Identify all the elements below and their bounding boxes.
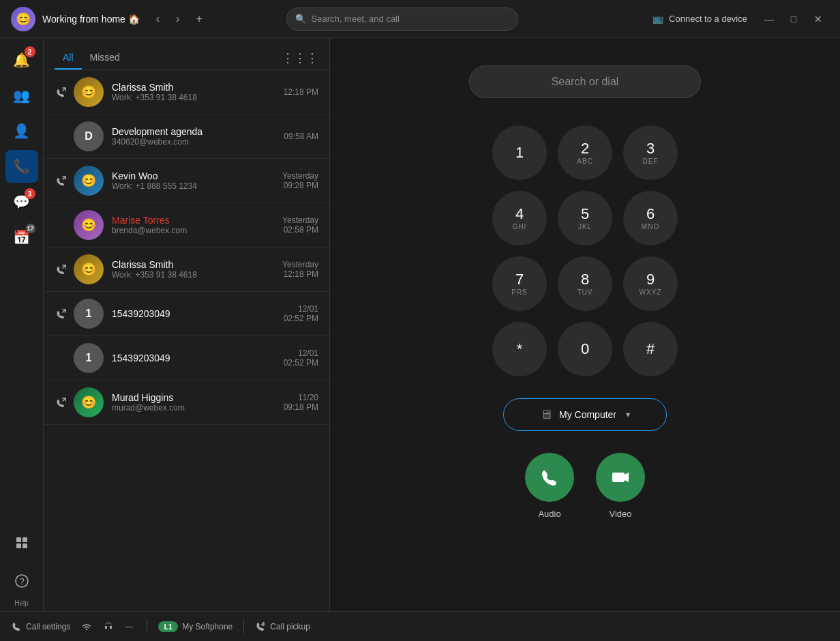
- noise-cancel-icon: 〰: [125, 621, 136, 632]
- svg-marker-7: [625, 473, 629, 482]
- avatar-text: 1: [86, 308, 92, 320]
- headset-icon: [103, 621, 114, 632]
- help-icon: ?: [14, 573, 29, 588]
- sidebar-item-apps[interactable]: [5, 526, 38, 559]
- key-3-button[interactable]: 3 DEF: [623, 125, 678, 180]
- call-actions: Audio Video: [525, 453, 645, 519]
- sidebar-item-calendar[interactable]: 📅 17: [5, 221, 38, 254]
- avatar-text: D: [85, 130, 93, 143]
- call-entry-1[interactable]: D Development agenda 340620@webex.com 09…: [44, 115, 329, 159]
- key-5-button[interactable]: 5 JKL: [558, 191, 612, 245]
- maximize-button[interactable]: □: [783, 8, 805, 30]
- sidebar-item-help[interactable]: ? Help: [5, 565, 38, 597]
- tab-missed[interactable]: Missed: [82, 46, 128, 70]
- apps-icon: [15, 536, 29, 550]
- call-list-tabs: All Missed ⋮⋮⋮: [44, 38, 329, 70]
- call-entry-5[interactable]: 1 15439203049 12/0102:52 PM: [44, 292, 329, 336]
- device-selector[interactable]: 🖥 My Computer ▾: [503, 398, 667, 431]
- key-0-num: 0: [581, 342, 589, 357]
- tab-more-button[interactable]: ⋮⋮⋮: [282, 50, 318, 65]
- call-name: Clarissa Smith: [112, 259, 282, 270]
- key-4-num: 4: [515, 207, 524, 222]
- minimize-button[interactable]: —: [758, 8, 780, 30]
- key-0-button[interactable]: 0: [558, 322, 612, 376]
- nav-buttons: ‹ › +: [151, 10, 208, 28]
- call-info: Marise Torres brenda@webex.com: [112, 215, 282, 235]
- help-label: Help: [14, 599, 29, 607]
- call-pickup-item[interactable]: Call pickup: [255, 621, 310, 632]
- svg-rect-2: [16, 543, 21, 548]
- key-7-letters: PRS: [511, 288, 528, 296]
- key-2-button[interactable]: 2 ABC: [558, 125, 612, 180]
- calls-icon: 📞: [13, 158, 30, 175]
- call-avatar: 1: [74, 299, 104, 329]
- key-1-num: 1: [515, 145, 524, 160]
- nav-back-button[interactable]: ‹: [151, 10, 165, 28]
- global-search[interactable]: 🔍 Search, meet, and call: [286, 8, 518, 31]
- avatar-img: 😊: [81, 85, 96, 100]
- key-9-button[interactable]: 9 WXYZ: [623, 256, 678, 311]
- dialpad-grid: 1 2 ABC 3 DEF 4 GHI 5 JKL 6 MNO 7 PRS 8 …: [492, 125, 678, 376]
- sidebar-item-activity[interactable]: 🔔 2: [5, 44, 38, 76]
- call-entry-2[interactable]: 😊 Kevin Woo Work: +1 888 555 1234 Yester…: [44, 159, 329, 203]
- call-settings-icon: [11, 621, 22, 632]
- close-button[interactable]: ✕: [807, 8, 829, 30]
- key-star-num: *: [517, 342, 523, 357]
- key-7-button[interactable]: 7 PRS: [492, 256, 547, 311]
- call-info: Kevin Woo Work: +1 888 555 1234: [112, 170, 282, 191]
- sidebar-item-calls[interactable]: 📞: [5, 150, 38, 183]
- call-direction-icon: [55, 398, 68, 407]
- call-name: Kevin Woo: [112, 170, 282, 181]
- call-detail: Work: +353 91 38 4618: [112, 93, 284, 102]
- call-avatar: D: [74, 121, 104, 151]
- search-dial-input[interactable]: Search or dial: [469, 65, 701, 98]
- softphone-status[interactable]: L1 My Softphone: [158, 621, 232, 632]
- call-entry-6[interactable]: 1 15439203049 12/0102:52 PM: [44, 336, 329, 381]
- sidebar: 🔔 2 👥 👤 📞 💬 3 📅 17: [0, 38, 44, 611]
- status-bar: Call settings 〰 L1 My Softphone Call pic…: [0, 611, 840, 641]
- video-call-button[interactable]: [596, 453, 645, 502]
- nav-forward-button[interactable]: ›: [170, 10, 185, 28]
- call-entry-0[interactable]: 😊 Clarissa Smith Work: +353 91 38 4618 1…: [44, 70, 329, 115]
- key-7-num: 7: [515, 272, 524, 287]
- call-pickup-icon: [255, 621, 266, 632]
- main-content: 🔔 2 👥 👤 📞 💬 3 📅 17: [0, 38, 840, 611]
- audio-call-button[interactable]: [525, 453, 574, 502]
- nav-add-button[interactable]: +: [190, 10, 207, 28]
- sidebar-item-contacts[interactable]: 👤: [5, 115, 38, 147]
- key-8-button[interactable]: 8 TUV: [558, 256, 612, 311]
- call-name: Marise Torres: [112, 215, 282, 226]
- key-8-letters: TUV: [578, 288, 593, 296]
- call-info: 15439203049: [112, 308, 284, 319]
- key-6-button[interactable]: 6 MNO: [623, 191, 678, 245]
- connect-device-button[interactable]: 📺 Connect to a device: [652, 14, 747, 24]
- svg-rect-0: [16, 537, 21, 542]
- separator-2: [243, 620, 244, 633]
- chevron-down-icon: ▾: [626, 410, 630, 419]
- tab-all[interactable]: All: [55, 46, 82, 70]
- avatar-img: 😊: [81, 395, 96, 410]
- key-star-button[interactable]: *: [492, 322, 547, 376]
- call-entry-7[interactable]: 😊 Murad Higgins murad@webex.com 11/2009:…: [44, 381, 329, 425]
- video-call-action: Video: [596, 453, 645, 519]
- call-entry-3[interactable]: 😊 Marise Torres brenda@webex.com Yesterd…: [44, 203, 329, 248]
- sidebar-item-team[interactable]: 👥: [5, 79, 38, 112]
- window-controls: — □ ✕: [758, 8, 829, 30]
- call-direction-icon: [55, 265, 68, 274]
- call-entry-4[interactable]: 😊 Clarissa Smith Work: +353 91 38 4618 Y…: [44, 248, 329, 292]
- call-settings-item[interactable]: Call settings: [11, 621, 70, 632]
- messages-badge: 3: [25, 188, 35, 199]
- user-avatar[interactable]: 😊: [11, 7, 35, 31]
- key-hash-button[interactable]: #: [623, 322, 678, 376]
- sidebar-bottom: ? Help: [5, 526, 38, 600]
- call-pickup-label: Call pickup: [270, 622, 310, 631]
- key-1-button[interactable]: 1: [492, 125, 547, 180]
- call-avatar: 😊: [74, 166, 104, 196]
- sidebar-item-messages[interactable]: 💬 3: [5, 185, 38, 218]
- call-name: Clarissa Smith: [112, 82, 284, 93]
- video-icon: [611, 468, 630, 487]
- svg-rect-3: [22, 543, 27, 548]
- wifi-status: [81, 621, 92, 632]
- key-4-button[interactable]: 4 GHI: [492, 191, 547, 245]
- avatar-text: 1: [86, 352, 92, 364]
